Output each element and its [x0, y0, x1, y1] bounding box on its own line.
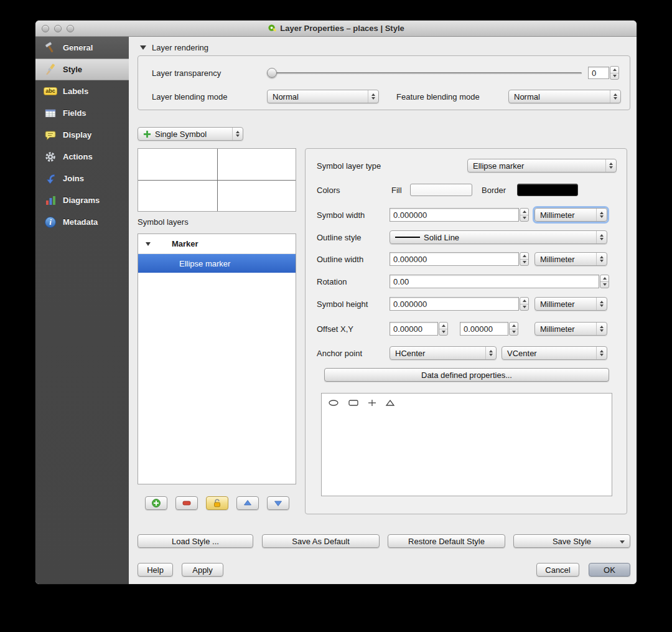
save-as-default-button[interactable]: Save As Default: [262, 534, 380, 548]
dropdown-arrows-icon: [596, 253, 607, 265]
offset-y-stepper[interactable]: [509, 322, 518, 336]
remove-symbol-layer-button[interactable]: [175, 496, 198, 510]
ok-button[interactable]: OK: [589, 563, 630, 577]
move-layer-up-button[interactable]: [236, 496, 259, 510]
help-button[interactable]: Help: [138, 563, 173, 577]
titlebar[interactable]: Layer Properties – places | Style: [35, 21, 637, 37]
save-style-button[interactable]: Save Style: [513, 534, 630, 548]
offset-y-input[interactable]: 0.00000: [460, 322, 508, 336]
symbol-height-unit-value: Millimeter: [540, 299, 575, 309]
ellipse-shape-icon[interactable]: [328, 399, 339, 407]
layer-transparency-stepper[interactable]: [610, 66, 619, 80]
symbol-height-unit-dropdown[interactable]: Millimeter: [534, 297, 607, 311]
stepper-down-icon[interactable]: [610, 73, 618, 80]
offset-unit-value: Millimeter: [540, 324, 575, 334]
offset-x-input[interactable]: 0.00000: [390, 322, 438, 336]
dropdown-arrows-icon: [596, 209, 607, 221]
tree-group-marker[interactable]: Marker: [138, 234, 296, 254]
ok-label: OK: [604, 565, 615, 575]
renderer-type-dropdown[interactable]: Single Symbol: [138, 127, 243, 141]
outline-width-input[interactable]: 0.000000: [390, 252, 519, 266]
close-window-button[interactable]: [42, 25, 49, 32]
symbol-layer-properties-group: Symbol layer type Ellipse marker Colors …: [305, 148, 627, 514]
sidebar-item-diagrams[interactable]: Diagrams: [35, 189, 129, 211]
offset-unit-dropdown[interactable]: Millimeter: [534, 322, 607, 336]
symbol-width-input[interactable]: 0.000000: [390, 208, 519, 222]
anchor-horizontal-dropdown[interactable]: HCenter: [390, 346, 497, 360]
cancel-button[interactable]: Cancel: [536, 563, 579, 577]
layer-blending-mode-dropdown[interactable]: Normal: [267, 90, 379, 103]
info-icon: i: [44, 215, 57, 229]
layer-transparency-label: Layer transparency: [152, 66, 221, 80]
rotation-value: 0.00: [393, 277, 409, 286]
symbol-width-stepper[interactable]: [520, 208, 529, 222]
sidebar-item-label: Joins: [63, 174, 84, 183]
rotation-label: Rotation: [317, 275, 347, 288]
fill-color-swatch[interactable]: [410, 184, 472, 196]
sidebar-item-actions[interactable]: Actions: [35, 146, 129, 167]
dropdown-arrows-icon: [368, 90, 378, 103]
offset-y-value: 0.00000: [464, 324, 493, 334]
sidebar-item-joins[interactable]: Joins: [35, 167, 129, 189]
sidebar-item-fields[interactable]: Fields: [35, 102, 129, 124]
anchor-vertical-dropdown[interactable]: VCenter: [502, 346, 607, 360]
data-defined-properties-button[interactable]: Data defined properties...: [324, 368, 609, 382]
zoom-window-button[interactable]: [67, 25, 74, 32]
symbol-height-label: Symbol height: [317, 297, 368, 311]
lock-color-button[interactable]: [206, 496, 228, 510]
triangle-shape-icon[interactable]: [385, 399, 395, 407]
tree-expand-triangle-icon[interactable]: [146, 242, 151, 246]
symbol-layer-type-dropdown[interactable]: Ellipse marker: [467, 159, 617, 172]
symbol-width-unit-dropdown[interactable]: Millimeter: [534, 208, 607, 222]
add-symbol-layer-button[interactable]: [145, 496, 167, 510]
symbol-height-input[interactable]: 0.000000: [390, 297, 519, 311]
symbol-width-label: Symbol width: [317, 208, 365, 222]
symbol-layer-type-value: Ellipse marker: [473, 161, 524, 171]
offset-row: Offset X,Y 0.00000 0.00000 Millimeter: [306, 322, 627, 336]
sidebar-item-label: Diagrams: [63, 196, 100, 205]
layer-rendering-group: Layer transparency 0 Layer blending mode…: [138, 55, 630, 110]
abc-label-icon: abc: [44, 85, 57, 98]
outline-width-unit-value: Millimeter: [540, 255, 575, 264]
apply-button[interactable]: Apply: [182, 563, 223, 577]
cross-shape-icon[interactable]: [368, 399, 376, 407]
layer-transparency-value[interactable]: 0: [588, 67, 609, 79]
properties-sidebar: General Style abc Labels: [35, 37, 129, 584]
offset-x-stepper[interactable]: [439, 322, 448, 336]
save-style-menu-arrow-icon[interactable]: [620, 540, 625, 544]
outline-style-value: Solid Line: [424, 233, 459, 242]
rectangle-shape-icon[interactable]: [348, 399, 359, 407]
collapse-triangle-icon[interactable]: [140, 45, 146, 50]
move-layer-down-button[interactable]: [267, 496, 289, 510]
solid-line-sample-icon: [395, 237, 420, 238]
symbol-height-stepper[interactable]: [520, 297, 529, 311]
load-style-button[interactable]: Load Style ...: [138, 534, 253, 548]
tree-item-ellipse-marker[interactable]: Ellipse marker: [138, 254, 296, 273]
slider-thumb[interactable]: [267, 68, 277, 78]
symbol-width-value: 0.000000: [393, 210, 427, 220]
slider-track[interactable]: [267, 72, 582, 74]
border-color-swatch[interactable]: [517, 184, 578, 196]
sidebar-item-style[interactable]: Style: [35, 59, 129, 80]
layer-transparency-slider[interactable]: [267, 66, 582, 80]
crosshair-vertical-line: [217, 149, 218, 211]
dropdown-arrows-icon: [596, 298, 607, 310]
outline-style-dropdown[interactable]: Solid Line: [390, 230, 607, 244]
minimize-window-button[interactable]: [54, 25, 62, 32]
sidebar-item-label: Fields: [63, 108, 86, 118]
outline-width-stepper[interactable]: [520, 252, 529, 266]
feature-blending-mode-dropdown[interactable]: Normal: [508, 90, 621, 103]
restore-default-style-button[interactable]: Restore Default Style: [388, 534, 505, 548]
rotation-input[interactable]: 0.00: [390, 275, 599, 288]
sidebar-item-metadata[interactable]: i Metadata: [35, 211, 129, 233]
symbol-shapes-preview-box: [321, 393, 612, 496]
sidebar-item-labels[interactable]: abc Labels: [35, 80, 129, 102]
sidebar-item-general[interactable]: General: [35, 37, 129, 59]
paintbrush-icon: [44, 63, 57, 77]
sidebar-item-display[interactable]: Display: [35, 124, 129, 146]
stepper-up-icon[interactable]: [610, 67, 618, 73]
gear-icon: [44, 150, 57, 164]
layer-rendering-header[interactable]: Layer rendering: [140, 43, 208, 52]
outline-width-unit-dropdown[interactable]: Millimeter: [534, 252, 607, 266]
rotation-stepper[interactable]: [600, 275, 609, 288]
